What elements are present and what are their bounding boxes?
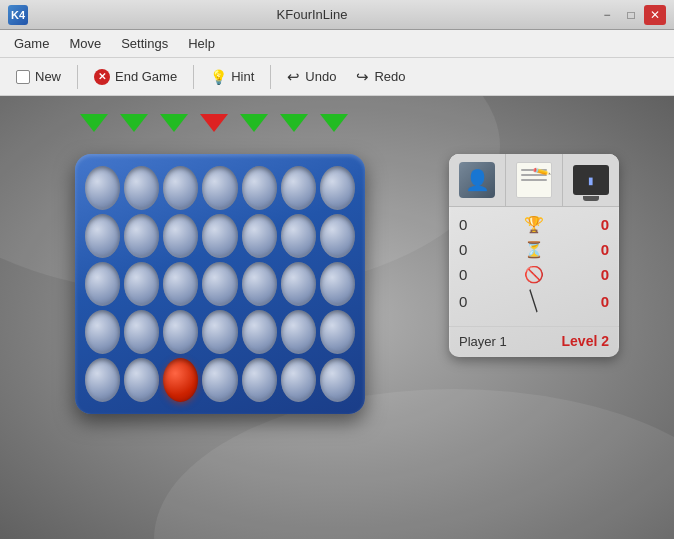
maximize-button[interactable]: □ bbox=[620, 5, 642, 25]
cell-2-6[interactable] bbox=[320, 262, 355, 306]
score-rows: 0 🏆 0 0 ⏳ 0 0 🚫 0 0 ╱ 0 bbox=[449, 207, 619, 326]
monitor-icon: ▮ bbox=[573, 165, 609, 195]
cell-4-4[interactable] bbox=[242, 358, 277, 402]
cell-4-3[interactable] bbox=[202, 358, 237, 402]
new-button[interactable]: New bbox=[8, 65, 69, 88]
window-controls: − □ ✕ bbox=[596, 5, 666, 25]
cell-0-1[interactable] bbox=[124, 166, 159, 210]
toolbar-separator-2 bbox=[193, 65, 194, 89]
toolbar-separator-1 bbox=[77, 65, 78, 89]
score-icon-0: 🏆 bbox=[522, 215, 546, 234]
cell-4-1[interactable] bbox=[124, 358, 159, 402]
menu-bar: Game Move Settings Help bbox=[0, 30, 674, 58]
cell-3-0[interactable] bbox=[85, 310, 120, 354]
redo-label: Redo bbox=[374, 69, 405, 84]
score-footer: Player 1 Level 2 bbox=[449, 326, 619, 357]
cell-3-2[interactable] bbox=[163, 310, 198, 354]
arrow-col-4[interactable] bbox=[240, 114, 268, 132]
arrow-col-1[interactable] bbox=[120, 114, 148, 132]
cell-4-0[interactable] bbox=[85, 358, 120, 402]
cell-0-3[interactable] bbox=[202, 166, 237, 210]
cell-2-2[interactable] bbox=[163, 262, 198, 306]
score-right-2: 0 bbox=[579, 266, 609, 283]
score-left-2: 0 bbox=[459, 266, 489, 283]
game-board[interactable] bbox=[75, 154, 365, 414]
cell-3-4[interactable] bbox=[242, 310, 277, 354]
cell-1-3[interactable] bbox=[202, 214, 237, 258]
cell-4-2[interactable] bbox=[163, 358, 198, 402]
cell-3-5[interactable] bbox=[281, 310, 316, 354]
hint-button[interactable]: 💡 Hint bbox=[202, 65, 262, 89]
title-bar: K4 KFourInLine − □ ✕ bbox=[0, 0, 674, 30]
cell-1-5[interactable] bbox=[281, 214, 316, 258]
score-icon-3: ╱ bbox=[518, 285, 551, 318]
hint-icon: 💡 bbox=[210, 69, 226, 85]
end-game-icon bbox=[94, 69, 110, 85]
notepad-icon: ✏️ bbox=[516, 162, 552, 198]
cell-3-3[interactable] bbox=[202, 310, 237, 354]
cell-0-0[interactable] bbox=[85, 166, 120, 210]
score-panel: 👤 ✏️ ▮ 0 🏆 0 bbox=[449, 154, 619, 357]
close-button[interactable]: ✕ bbox=[644, 5, 666, 25]
notepad-cell: ✏️ bbox=[506, 154, 563, 206]
score-icon-1: ⏳ bbox=[522, 240, 546, 259]
score-header: 👤 ✏️ ▮ bbox=[449, 154, 619, 207]
cell-2-0[interactable] bbox=[85, 262, 120, 306]
cell-0-5[interactable] bbox=[281, 166, 316, 210]
cell-3-1[interactable] bbox=[124, 310, 159, 354]
score-left-0: 0 bbox=[459, 216, 489, 233]
new-label: New bbox=[35, 69, 61, 84]
cell-4-6[interactable] bbox=[320, 358, 355, 402]
score-row-2: 0 🚫 0 bbox=[459, 265, 609, 284]
column-arrows bbox=[80, 114, 348, 132]
new-checkbox-icon bbox=[16, 70, 30, 84]
level-label: Level 2 bbox=[562, 333, 609, 349]
cell-0-4[interactable] bbox=[242, 166, 277, 210]
undo-button[interactable]: ↩ Undo bbox=[279, 64, 344, 90]
arrow-col-6[interactable] bbox=[320, 114, 348, 132]
score-row-0: 0 🏆 0 bbox=[459, 215, 609, 234]
cell-2-4[interactable] bbox=[242, 262, 277, 306]
undo-icon: ↩ bbox=[287, 68, 300, 86]
main-area: 👤 ✏️ ▮ 0 🏆 0 bbox=[0, 96, 674, 539]
score-icon-2: 🚫 bbox=[522, 265, 546, 284]
notepad-line-3 bbox=[521, 179, 547, 181]
cell-2-1[interactable] bbox=[124, 262, 159, 306]
score-right-0: 0 bbox=[579, 216, 609, 233]
cell-1-6[interactable] bbox=[320, 214, 355, 258]
menu-move[interactable]: Move bbox=[59, 32, 111, 55]
player-label: Player 1 bbox=[459, 334, 507, 349]
score-right-1: 0 bbox=[579, 241, 609, 258]
score-left-1: 0 bbox=[459, 241, 489, 258]
cell-0-6[interactable] bbox=[320, 166, 355, 210]
app-icon: K4 bbox=[8, 5, 28, 25]
minimize-button[interactable]: − bbox=[596, 5, 618, 25]
arrow-col-3[interactable] bbox=[200, 114, 228, 132]
cell-1-2[interactable] bbox=[163, 214, 198, 258]
cell-2-5[interactable] bbox=[281, 262, 316, 306]
cell-1-4[interactable] bbox=[242, 214, 277, 258]
cell-1-0[interactable] bbox=[85, 214, 120, 258]
monitor-cell: ▮ bbox=[563, 154, 619, 206]
arrow-col-5[interactable] bbox=[280, 114, 308, 132]
menu-settings[interactable]: Settings bbox=[111, 32, 178, 55]
toolbar-separator-3 bbox=[270, 65, 271, 89]
cell-1-1[interactable] bbox=[124, 214, 159, 258]
menu-help[interactable]: Help bbox=[178, 32, 225, 55]
redo-icon: ↪ bbox=[356, 68, 369, 86]
score-row-1: 0 ⏳ 0 bbox=[459, 240, 609, 259]
score-right-3: 0 bbox=[579, 293, 609, 310]
menu-game[interactable]: Game bbox=[4, 32, 59, 55]
redo-button[interactable]: ↪ Redo bbox=[348, 64, 413, 90]
cell-4-5[interactable] bbox=[281, 358, 316, 402]
window-title: KFourInLine bbox=[28, 7, 596, 22]
end-game-button[interactable]: End Game bbox=[86, 65, 185, 89]
cell-3-6[interactable] bbox=[320, 310, 355, 354]
score-row-3: 0 ╱ 0 bbox=[459, 290, 609, 312]
arrow-col-0[interactable] bbox=[80, 114, 108, 132]
player1-avatar-cell: 👤 bbox=[449, 154, 506, 206]
cell-2-3[interactable] bbox=[202, 262, 237, 306]
cell-0-2[interactable] bbox=[163, 166, 198, 210]
score-left-3: 0 bbox=[459, 293, 489, 310]
arrow-col-2[interactable] bbox=[160, 114, 188, 132]
